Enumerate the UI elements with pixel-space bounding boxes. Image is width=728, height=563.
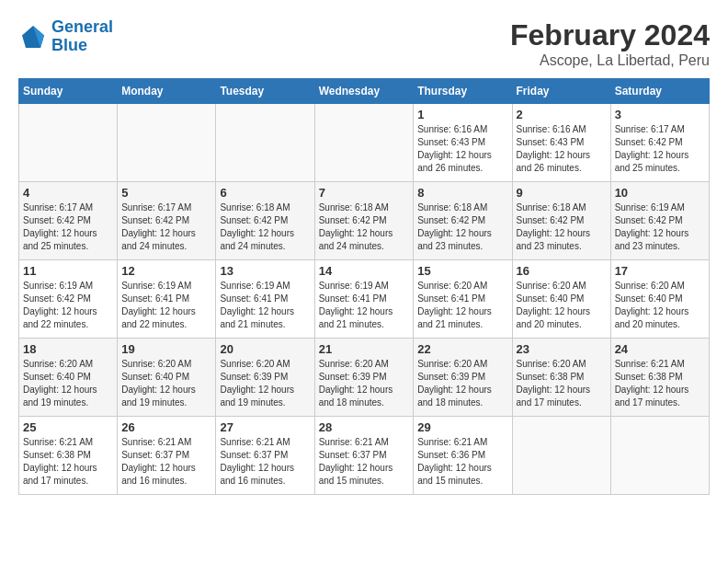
calendar-cell: 6Sunrise: 6:18 AM Sunset: 6:42 PM Daylig… [216, 182, 314, 260]
calendar-cell: 22Sunrise: 6:20 AM Sunset: 6:39 PM Dayli… [414, 339, 512, 417]
calendar-cell: 1Sunrise: 6:16 AM Sunset: 6:43 PM Daylig… [414, 104, 512, 182]
calendar-cell: 26Sunrise: 6:21 AM Sunset: 6:37 PM Dayli… [118, 417, 216, 495]
calendar-cell: 3Sunrise: 6:17 AM Sunset: 6:42 PM Daylig… [610, 104, 709, 182]
day-number: 16 [517, 264, 607, 278]
day-info: Sunrise: 6:16 AM Sunset: 6:43 PM Dayligh… [517, 123, 607, 175]
day-number: 4 [23, 186, 113, 200]
calendar-cell [118, 104, 216, 182]
day-number: 13 [220, 264, 310, 278]
calendar-cell: 19Sunrise: 6:20 AM Sunset: 6:40 PM Dayli… [118, 339, 216, 417]
weekday-header-thursday: Thursday [414, 79, 512, 104]
weekday-header-wednesday: Wednesday [314, 79, 414, 104]
day-info: Sunrise: 6:19 AM Sunset: 6:41 PM Dayligh… [121, 280, 211, 331]
calendar-cell: 23Sunrise: 6:20 AM Sunset: 6:38 PM Dayli… [512, 339, 610, 417]
day-info: Sunrise: 6:18 AM Sunset: 6:42 PM Dayligh… [319, 201, 410, 253]
calendar-cell: 9Sunrise: 6:18 AM Sunset: 6:42 PM Daylig… [512, 182, 610, 260]
calendar-cell: 27Sunrise: 6:21 AM Sunset: 6:37 PM Dayli… [216, 417, 314, 495]
header: General Blue February 2024 Ascope, La Li… [18, 18, 710, 69]
day-info: Sunrise: 6:20 AM Sunset: 6:39 PM Dayligh… [220, 358, 310, 409]
day-info: Sunrise: 6:17 AM Sunset: 6:42 PM Dayligh… [23, 201, 113, 253]
day-info: Sunrise: 6:21 AM Sunset: 6:37 PM Dayligh… [319, 436, 410, 488]
day-number: 8 [417, 186, 507, 200]
day-number: 27 [220, 420, 310, 434]
calendar-week-3: 11Sunrise: 6:19 AM Sunset: 6:42 PM Dayli… [19, 260, 710, 339]
day-info: Sunrise: 6:21 AM Sunset: 6:38 PM Dayligh… [615, 358, 705, 409]
calendar-cell: 8Sunrise: 6:18 AM Sunset: 6:42 PM Daylig… [414, 182, 512, 260]
weekday-header-saturday: Saturday [610, 79, 709, 104]
day-info: Sunrise: 6:18 AM Sunset: 6:42 PM Dayligh… [417, 201, 507, 253]
day-info: Sunrise: 6:21 AM Sunset: 6:36 PM Dayligh… [417, 436, 507, 488]
calendar-cell: 24Sunrise: 6:21 AM Sunset: 6:38 PM Dayli… [610, 339, 709, 417]
day-number: 21 [319, 342, 410, 356]
logo-icon [18, 22, 48, 52]
day-info: Sunrise: 6:19 AM Sunset: 6:42 PM Dayligh… [23, 280, 113, 331]
calendar-cell: 7Sunrise: 6:18 AM Sunset: 6:42 PM Daylig… [314, 182, 414, 260]
day-number: 25 [23, 420, 113, 434]
day-number: 9 [517, 186, 607, 200]
calendar-week-2: 4Sunrise: 6:17 AM Sunset: 6:42 PM Daylig… [19, 182, 710, 260]
day-info: Sunrise: 6:19 AM Sunset: 6:41 PM Dayligh… [319, 280, 410, 331]
calendar-cell: 17Sunrise: 6:20 AM Sunset: 6:40 PM Dayli… [610, 260, 709, 339]
weekday-header-monday: Monday [118, 79, 216, 104]
title-area: February 2024 Ascope, La Libertad, Peru [510, 18, 710, 69]
calendar-cell: 20Sunrise: 6:20 AM Sunset: 6:39 PM Dayli… [216, 339, 314, 417]
day-number: 15 [417, 264, 507, 278]
day-number: 17 [615, 264, 705, 278]
calendar-table: SundayMondayTuesdayWednesdayThursdayFrid… [18, 78, 710, 495]
day-number: 10 [615, 186, 705, 200]
day-number: 6 [220, 186, 310, 200]
calendar-cell: 4Sunrise: 6:17 AM Sunset: 6:42 PM Daylig… [19, 182, 118, 260]
calendar-cell [610, 417, 709, 495]
day-info: Sunrise: 6:20 AM Sunset: 6:40 PM Dayligh… [121, 358, 211, 409]
calendar-cell: 2Sunrise: 6:16 AM Sunset: 6:43 PM Daylig… [512, 104, 610, 182]
day-info: Sunrise: 6:20 AM Sunset: 6:39 PM Dayligh… [319, 358, 410, 409]
day-number: 26 [121, 420, 211, 434]
day-number: 20 [220, 342, 310, 356]
day-info: Sunrise: 6:20 AM Sunset: 6:40 PM Dayligh… [517, 280, 607, 331]
day-number: 2 [517, 108, 607, 121]
day-info: Sunrise: 6:21 AM Sunset: 6:37 PM Dayligh… [220, 436, 310, 488]
weekday-header-row: SundayMondayTuesdayWednesdayThursdayFrid… [19, 79, 710, 104]
day-number: 24 [615, 342, 705, 356]
day-number: 3 [615, 108, 705, 121]
day-number: 18 [23, 342, 113, 356]
weekday-header-tuesday: Tuesday [216, 79, 314, 104]
calendar-cell [216, 104, 314, 182]
calendar-cell: 21Sunrise: 6:20 AM Sunset: 6:39 PM Dayli… [314, 339, 414, 417]
day-number: 29 [417, 420, 507, 434]
calendar-cell [314, 104, 414, 182]
day-number: 14 [319, 264, 410, 278]
day-info: Sunrise: 6:20 AM Sunset: 6:40 PM Dayligh… [615, 280, 705, 331]
day-info: Sunrise: 6:20 AM Sunset: 6:40 PM Dayligh… [23, 358, 113, 409]
day-info: Sunrise: 6:19 AM Sunset: 6:41 PM Dayligh… [220, 280, 310, 331]
day-info: Sunrise: 6:20 AM Sunset: 6:41 PM Dayligh… [417, 280, 507, 331]
day-info: Sunrise: 6:21 AM Sunset: 6:38 PM Dayligh… [23, 436, 113, 488]
day-info: Sunrise: 6:19 AM Sunset: 6:42 PM Dayligh… [615, 201, 705, 253]
day-number: 28 [319, 420, 410, 434]
day-number: 11 [23, 264, 113, 278]
calendar-week-5: 25Sunrise: 6:21 AM Sunset: 6:38 PM Dayli… [19, 417, 710, 495]
logo: General Blue [18, 18, 113, 55]
day-info: Sunrise: 6:17 AM Sunset: 6:42 PM Dayligh… [615, 123, 705, 175]
logo-text: General Blue [51, 18, 113, 55]
calendar-cell: 15Sunrise: 6:20 AM Sunset: 6:41 PM Dayli… [414, 260, 512, 339]
day-info: Sunrise: 6:16 AM Sunset: 6:43 PM Dayligh… [417, 123, 507, 175]
day-number: 19 [121, 342, 211, 356]
day-info: Sunrise: 6:20 AM Sunset: 6:39 PM Dayligh… [417, 358, 507, 409]
calendar-cell: 12Sunrise: 6:19 AM Sunset: 6:41 PM Dayli… [118, 260, 216, 339]
day-number: 23 [517, 342, 607, 356]
calendar-cell: 13Sunrise: 6:19 AM Sunset: 6:41 PM Dayli… [216, 260, 314, 339]
calendar-cell: 28Sunrise: 6:21 AM Sunset: 6:37 PM Dayli… [314, 417, 414, 495]
day-number: 7 [319, 186, 410, 200]
calendar-week-1: 1Sunrise: 6:16 AM Sunset: 6:43 PM Daylig… [19, 104, 710, 182]
day-info: Sunrise: 6:21 AM Sunset: 6:37 PM Dayligh… [121, 436, 211, 488]
calendar-week-4: 18Sunrise: 6:20 AM Sunset: 6:40 PM Dayli… [19, 339, 710, 417]
calendar-cell: 25Sunrise: 6:21 AM Sunset: 6:38 PM Dayli… [19, 417, 118, 495]
calendar-cell: 11Sunrise: 6:19 AM Sunset: 6:42 PM Dayli… [19, 260, 118, 339]
calendar-cell [512, 417, 610, 495]
weekday-header-friday: Friday [512, 79, 610, 104]
day-number: 22 [417, 342, 507, 356]
day-info: Sunrise: 6:20 AM Sunset: 6:38 PM Dayligh… [517, 358, 607, 409]
day-number: 5 [121, 186, 211, 200]
calendar-cell: 10Sunrise: 6:19 AM Sunset: 6:42 PM Dayli… [610, 182, 709, 260]
